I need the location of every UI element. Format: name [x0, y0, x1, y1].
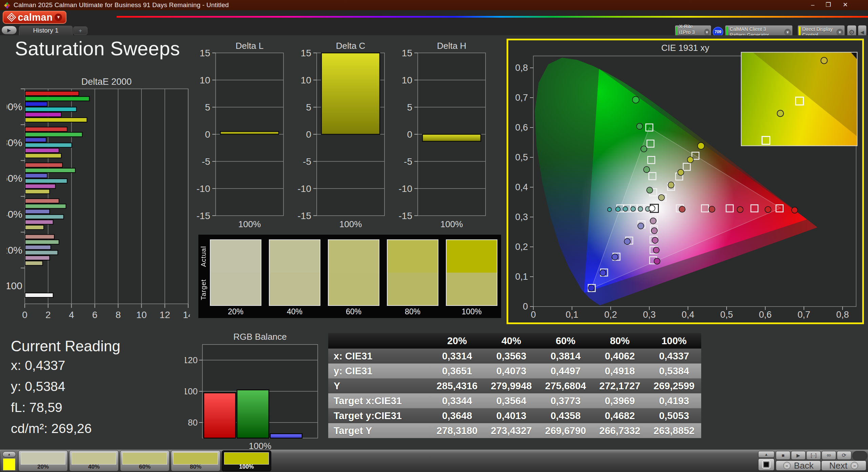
spectrum-strip: [117, 16, 868, 18]
cie-measurement-dot: [654, 258, 660, 264]
reading-x: x: 0,4337: [11, 358, 65, 373]
svg-text:20%: 20%: [7, 244, 22, 256]
inset-circle: [821, 57, 828, 64]
cie-measurement-dot: [649, 205, 655, 211]
tab-history-1[interactable]: History 1: [19, 26, 73, 35]
deltae-bar: [25, 245, 51, 250]
deltae-bar: [25, 184, 56, 189]
cie-measurement-dot: [651, 228, 657, 234]
svg-text:0: 0: [306, 129, 311, 140]
target-color: [211, 273, 261, 305]
delta-l-chart: Delta L151050-5-10-15100%: [193, 42, 288, 239]
close-button[interactable]: ✕: [837, 0, 853, 9]
table-cell: 269,6790: [538, 423, 593, 438]
pattern-color-chip: [173, 452, 218, 465]
actual-color: [329, 240, 379, 273]
current-pattern-panel: ▲: [1, 450, 18, 471]
svg-text:10: 10: [402, 75, 412, 85]
session-play-button[interactable]: ▶: [1, 26, 17, 35]
svg-text:0,1: 0,1: [566, 310, 578, 319]
deltae-bar: [25, 235, 54, 239]
table-cell: 279,9948: [484, 378, 538, 393]
svg-text:0,5: 0,5: [720, 310, 733, 319]
svg-text:0,3: 0,3: [515, 212, 528, 222]
pattern-swatch-button-40%[interactable]: 40%: [69, 450, 119, 471]
rgb-balance-chart: RGB Balance12010080100%: [185, 333, 324, 452]
svg-text:RGB Balance: RGB Balance: [233, 333, 287, 342]
deltae-bar: [25, 189, 50, 194]
deltae-bar: [25, 143, 72, 147]
delta-bar: [321, 53, 380, 134]
deltae-bar: [25, 225, 44, 230]
calman-diamond-icon: [7, 13, 16, 22]
continuous-read-button[interactable]: ∞: [822, 451, 836, 460]
inactive-round-button[interactable]: [852, 451, 867, 460]
table-header: 80%: [593, 333, 647, 349]
expand-nav-button[interactable]: ▲: [758, 451, 774, 458]
pattern-swatch-button-60%[interactable]: 60%: [120, 450, 170, 471]
table-cell: 272,1727: [593, 378, 647, 393]
svg-text:100%: 100%: [7, 101, 22, 112]
deltae-bar: [25, 163, 62, 167]
next-button[interactable]: Next »: [821, 460, 866, 471]
workspace: Saturation Sweeps DeltaE 200002468101214…: [0, 35, 868, 450]
deltae-bar: [25, 168, 75, 173]
cie-measurement-dot: [668, 182, 674, 188]
pattern-swatch-button-20%[interactable]: 20%: [18, 450, 68, 471]
refresh-button[interactable]: ⟳: [837, 451, 851, 460]
cie-measurement-dot: [641, 146, 647, 152]
target-row-label: Target: [200, 273, 208, 306]
stop-button[interactable]: ■: [776, 451, 790, 460]
pattern-swatch-button-100%[interactable]: 100%: [222, 450, 271, 471]
svg-text:0,1: 0,1: [515, 272, 528, 282]
expand-pattern-button[interactable]: ▲: [2, 451, 16, 457]
calman-menu-button[interactable]: calman ▼: [3, 11, 66, 24]
deltae-bar: [25, 261, 43, 266]
next-label: Next: [829, 460, 847, 471]
play-button[interactable]: ▶: [791, 451, 806, 460]
chevron-down-icon: ▼: [784, 29, 791, 36]
compare-swatch: [269, 239, 320, 306]
back-button[interactable]: « Back: [776, 460, 821, 471]
table-cell: 269,2599: [647, 378, 701, 393]
table-cell: 0,4918: [593, 363, 647, 378]
deltae-bar: [25, 91, 79, 96]
maximize-button[interactable]: ❐: [821, 0, 836, 9]
reading-fl: fL: 78,59: [11, 400, 62, 415]
table-header: [328, 333, 430, 349]
cie-measurement-dot: [652, 237, 658, 243]
table-cell: 0,4013: [484, 408, 538, 423]
cie-measurement-dot: [765, 206, 771, 213]
cie-measurement-dot: [679, 206, 685, 212]
cie-measurement-dot: [653, 247, 659, 253]
window-titlebar: Calman 2025 Calman Ultimate for Business…: [0, 0, 868, 10]
table-cell: 0,3344: [430, 393, 484, 408]
table-cell: 0,3969: [593, 393, 647, 408]
svg-text:80%: 80%: [7, 137, 22, 148]
series-read-button[interactable]: [··]: [806, 451, 821, 460]
svg-text:6: 6: [92, 310, 98, 318]
deltae-bar: [25, 112, 61, 117]
svg-text:15: 15: [402, 48, 412, 58]
cie-measurement-dot: [623, 206, 628, 211]
deltae-bar: [25, 256, 50, 260]
cie-measurement-dot: [658, 195, 665, 201]
stop-pattern-button[interactable]: [758, 458, 774, 471]
svg-text:0,6: 0,6: [515, 122, 528, 133]
table-cell: 0,3564: [484, 393, 538, 408]
svg-text:5: 5: [205, 102, 210, 113]
svg-text:100: 100: [185, 386, 198, 396]
pattern-percent-label: 20%: [19, 464, 67, 470]
compare-swatch: [387, 239, 438, 306]
cie-measurement-dot: [638, 223, 644, 229]
back-label: Back: [794, 460, 814, 471]
pattern-swatch-button-80%[interactable]: 80%: [171, 450, 220, 471]
svg-text:-5: -5: [404, 156, 412, 167]
minimize-button[interactable]: –: [805, 0, 821, 9]
svg-text:2: 2: [45, 310, 51, 318]
inset-square: [762, 136, 770, 145]
cie-measurement-dot: [737, 206, 743, 213]
add-tab-button[interactable]: +: [73, 26, 87, 35]
svg-text:0,4: 0,4: [515, 182, 528, 192]
svg-text:0: 0: [205, 129, 210, 140]
